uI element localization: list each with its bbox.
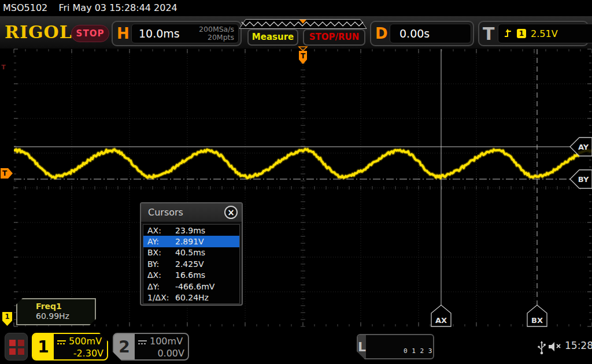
logic-channels-button[interactable]: L 0 1 2 3 4 5 6 7 8 9 1011 12131415	[357, 334, 434, 359]
logic-channel-numbers: 0 1 2 3 4 5 6 7 8 9 1011 12131415	[366, 335, 473, 358]
clock-label: 15:28	[565, 340, 592, 351]
channel-1-position-marker[interactable]: 1	[2, 312, 12, 326]
cursor-row-value: -466.6mV	[175, 282, 214, 291]
oscilloscope-screen: MSO5102 Fri May 03 15:28:44 2024 RIGOL S…	[0, 0, 592, 364]
channel-1-scale: 500mV	[69, 336, 102, 347]
channel-2-readout: 100mV 0.00V	[135, 334, 188, 359]
svg-text:T: T	[2, 169, 8, 177]
logic-label: L	[358, 335, 366, 358]
cursor-row-0[interactable]: AX:23.9ms	[143, 225, 239, 236]
cursor-row-label: 1/ΔX:	[147, 293, 175, 302]
cursor-ay-tag[interactable]: AY	[570, 138, 592, 156]
cursors-popup-titlebar: Cursors ×	[141, 203, 242, 222]
cursor-row-label: ΔY:	[147, 282, 175, 291]
cursors-popup: Cursors × AX:23.9msAY:2.891VBX:40.5msBY:…	[140, 202, 243, 306]
markers: TTT1AXBXAYBY	[1, 47, 592, 326]
svg-text:BY: BY	[578, 175, 589, 184]
channel-1-readout: 500mV -2.30V	[54, 334, 107, 359]
cursor-row-4[interactable]: ΔX:16.6ms	[143, 270, 239, 281]
cursor-readout-list: AX:23.9msAY:2.891VBX:40.5msBY:2.425VΔX:1…	[143, 224, 240, 304]
logic-row-1: 0 1 2 3 4 5 6 7	[404, 347, 469, 355]
cursor-row-label: BY:	[147, 259, 175, 269]
channel-2-button[interactable]: 2 100mV 0.00V	[113, 333, 189, 361]
measurement-title: Freq1	[36, 302, 95, 311]
svg-text:AX: AX	[435, 316, 447, 325]
svg-text:1: 1	[5, 313, 9, 321]
measurement-freq1-box[interactable]: Freq1 60.99Hz	[16, 298, 96, 325]
cursor-row-value: 2.425V	[175, 259, 204, 269]
channel-2-scale: 100mV	[150, 336, 183, 347]
cursor-by-tag[interactable]: BY	[570, 170, 592, 188]
cursor-row-6[interactable]: 1/ΔX:60.24Hz	[143, 292, 239, 303]
close-icon[interactable]: ×	[224, 206, 238, 219]
trigger-level-marker[interactable]: T	[1, 168, 13, 179]
channel-1-button[interactable]: 1 500mV -2.30V	[32, 333, 108, 361]
cursor-row-label: AY:	[147, 237, 175, 246]
cursor-row-3[interactable]: BY:2.425V	[143, 258, 239, 269]
channel-1-number: 1	[33, 334, 54, 359]
dc-coupling-icon	[57, 340, 66, 344]
svg-text:BX: BX	[531, 316, 543, 325]
channel-1-offset: -2.30V	[57, 348, 103, 359]
svg-text:T: T	[1, 64, 6, 71]
cursor-row-label: AX:	[147, 226, 175, 235]
cursor-row-label: ΔX:	[147, 270, 175, 280]
cursor-row-value: 2.891V	[175, 237, 204, 246]
cursor-row-value: 16.6ms	[175, 270, 205, 280]
menu-grid-icon[interactable]	[5, 333, 28, 361]
cursor-ax-tag[interactable]: AX	[431, 305, 451, 326]
cursors-popup-title: Cursors	[148, 207, 183, 218]
measurement-value: 60.99Hz	[36, 311, 95, 321]
cursor-row-value: 60.24Hz	[175, 293, 209, 302]
svg-text:T: T	[301, 52, 306, 60]
cursor-row-1[interactable]: AY:2.891V	[143, 236, 239, 247]
dc-coupling-icon	[138, 340, 147, 344]
cursor-row-5[interactable]: ΔY:-466.6mV	[143, 281, 239, 292]
cursor-row-value: 40.5ms	[175, 248, 205, 257]
speaker-muted-icon[interactable]	[548, 341, 563, 352]
cursor-lines	[14, 49, 570, 305]
svg-text:AY: AY	[578, 143, 589, 151]
grid	[14, 49, 592, 326]
usb-icon	[537, 339, 546, 355]
cursor-row-label: BX:	[147, 248, 175, 257]
bottom-bar: 1 500mV -2.30V 2 100mV 0.00V L 0 1 2 3 4…	[0, 329, 592, 364]
channel-2-offset: 0.00V	[138, 348, 184, 359]
cursor-row-value: 23.9ms	[175, 226, 205, 235]
cursor-row-2[interactable]: BX:40.5ms	[143, 247, 239, 258]
channel-2-number: 2	[114, 334, 135, 359]
clamped-marker: T	[1, 64, 6, 71]
cursor-bx-tag[interactable]: BX	[527, 305, 547, 326]
